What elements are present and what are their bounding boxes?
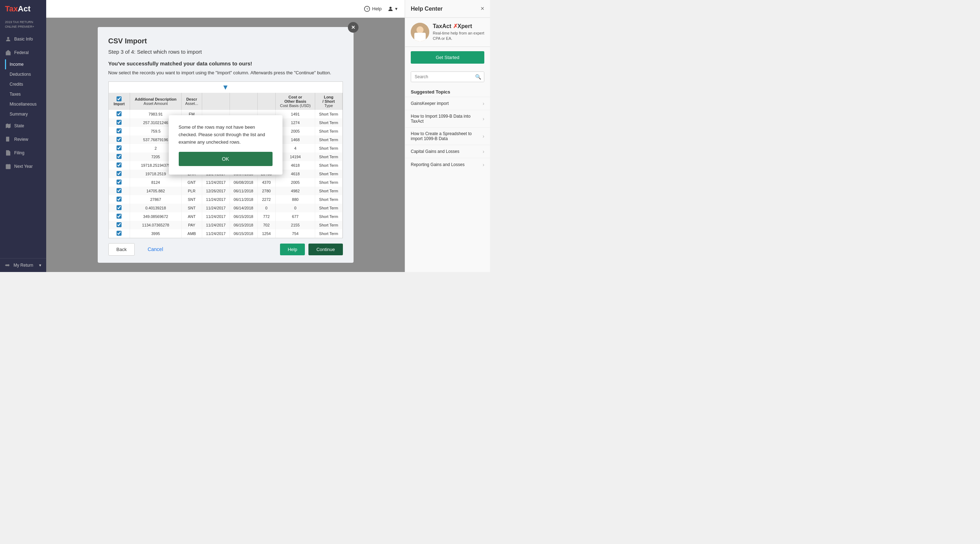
my-return-label: My Return (13, 263, 33, 268)
expert-desc: Real-time help from an expert CPA or EA. (433, 30, 484, 41)
svg-point-14 (417, 26, 423, 34)
person-icon (5, 36, 11, 42)
expert-name: TaxAct ✗Xpert (433, 23, 484, 30)
modal-overlay: ✕ CSV Import Step 3 of 4: Select which r… (46, 18, 405, 272)
suggested-item-label: How to Create a Spreadsheet to import 10… (411, 131, 482, 141)
logo-text: TaxAct (5, 4, 41, 13)
svg-rect-1 (6, 52, 11, 56)
expert-name-brand: ✗ (453, 23, 458, 29)
content-area: ✕ CSV Import Step 3 of 4: Select which r… (46, 18, 405, 272)
svg-marker-2 (6, 50, 11, 52)
doc-icon (5, 136, 11, 143)
sidebar-item-summary[interactable]: Summary (5, 109, 46, 119)
sidebar-item-basic-info[interactable]: Basic Info (0, 32, 46, 46)
svg-point-12 (390, 7, 391, 9)
sidebar-nav: Basic Info Federal Income Deductions Cre… (0, 32, 46, 258)
suggested-items-list: GainsKeeper import›How to Import 1099-B … (405, 97, 490, 171)
search-icon: 🔍 (471, 72, 484, 82)
sidebar-item-miscellaneous[interactable]: Miscellaneous (5, 99, 46, 109)
sidebar-item-label: State (14, 123, 24, 128)
help-label: Help (372, 6, 382, 11)
user-chevron: ▾ (395, 6, 398, 11)
help-close-button[interactable]: × (480, 5, 484, 13)
calendar-icon (5, 163, 11, 170)
svg-rect-3 (6, 137, 9, 142)
building-icon (5, 49, 11, 56)
main-area: ? Help ▾ ✕ CSV Import Step 3 of 4: Selec… (46, 0, 405, 272)
logo: TaxAct (0, 0, 46, 18)
chevron-right-icon: › (482, 116, 484, 121)
svg-rect-6 (6, 164, 11, 169)
suggested-item-label: GainsKeeper import (411, 101, 449, 106)
my-return-button[interactable]: My Return ▾ (0, 258, 46, 272)
sidebar-item-credits[interactable]: Credits (5, 79, 46, 89)
my-return-chevron: ▾ (39, 263, 41, 268)
sidebar-item-label: Filing (14, 150, 24, 155)
help-circle-icon: ? (364, 6, 370, 12)
svg-text:?: ? (366, 7, 369, 11)
logo-tax: Tax (5, 4, 18, 13)
suggested-item-label: How to Import 1099-B Data into TaxAct (411, 114, 482, 124)
help-search-input[interactable] (411, 72, 471, 82)
sidebar-item-label: Review (14, 137, 28, 142)
expert-info: TaxAct ✗Xpert Real-time help from an exp… (433, 23, 484, 41)
sidebar-item-income[interactable]: Income (5, 59, 46, 69)
chevron-right-icon: › (482, 162, 484, 168)
svg-rect-16 (414, 33, 426, 41)
map-icon (5, 123, 11, 129)
expert-name-prefix: TaxAct (433, 23, 453, 29)
topbar: ? Help ▾ (46, 0, 405, 18)
alert-overlay: Some of the rows may not have been check… (98, 27, 353, 263)
alert-message: Some of the rows may not have been check… (179, 124, 272, 146)
suggested-item-label: Reporting Gains and Losses (411, 162, 465, 167)
alert-box: Some of the rows may not have been check… (169, 115, 283, 174)
sidebar-item-taxes[interactable]: Taxes (5, 89, 46, 99)
file-icon (5, 150, 11, 156)
sidebar-item-label: Next Year (14, 164, 33, 169)
suggested-item[interactable]: How to Create a Spreadsheet to import 10… (405, 127, 490, 145)
sidebar-item-label: Federal (14, 50, 29, 55)
suggested-item[interactable]: How to Import 1099-B Data into TaxAct› (405, 110, 490, 127)
user-icon (387, 6, 394, 12)
suggested-item-label: Capital Gains and Losses (411, 149, 460, 154)
help-panel: Help Center × TaxAct ✗Xpert Real-time he… (405, 0, 490, 272)
sidebar: TaxAct 2019 TAX RETURNONLINE PREMIER+ Ba… (0, 0, 46, 272)
expert-name-suffix: Xpert (458, 23, 472, 29)
alert-ok-button[interactable]: OK (179, 152, 272, 166)
sidebar-subtitle: 2019 TAX RETURNONLINE PREMIER+ (0, 18, 46, 32)
help-panel-header: Help Center × (405, 0, 490, 18)
sidebar-item-filing[interactable]: Filing (0, 146, 46, 160)
user-menu[interactable]: ▾ (387, 6, 398, 12)
expert-card: TaxAct ✗Xpert Real-time help from an exp… (405, 18, 490, 47)
sidebar-item-review[interactable]: Review (0, 132, 46, 146)
suggested-item[interactable]: Capital Gains and Losses› (405, 145, 490, 158)
chevron-right-icon: › (482, 148, 484, 154)
avatar-image (411, 23, 429, 41)
expert-avatar (411, 23, 429, 41)
help-panel-title: Help Center (411, 6, 443, 12)
sidebar-item-next-year[interactable]: Next Year (0, 160, 46, 173)
sidebar-item-deductions[interactable]: Deductions (5, 69, 46, 79)
svg-point-0 (7, 37, 9, 39)
sidebar-item-federal[interactable]: Federal (0, 46, 46, 59)
get-started-button[interactable]: Get Started (411, 51, 484, 64)
return-icon (5, 262, 11, 268)
csv-import-modal: ✕ CSV Import Step 3 of 4: Select which r… (98, 27, 353, 263)
help-search-box: 🔍 (411, 72, 484, 82)
sidebar-subnav: Income Deductions Credits Taxes Miscella… (0, 59, 46, 119)
chevron-right-icon: › (482, 101, 484, 106)
suggested-item[interactable]: Reporting Gains and Losses› (405, 158, 490, 171)
logo-act: Act (18, 4, 30, 13)
suggested-topics-title: Suggested Topics (405, 86, 490, 97)
sidebar-item-label: Basic Info (14, 37, 33, 41)
chevron-right-icon: › (482, 133, 484, 139)
help-button[interactable]: ? Help (364, 6, 382, 12)
suggested-item[interactable]: GainsKeeper import› (405, 97, 490, 110)
sidebar-item-state[interactable]: State (0, 119, 46, 132)
